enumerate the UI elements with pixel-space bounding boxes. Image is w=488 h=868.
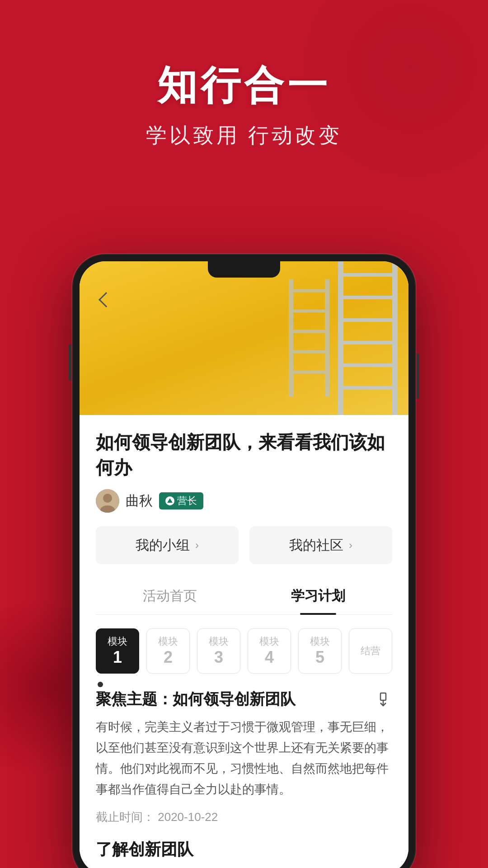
author-badge: 营长: [159, 492, 203, 509]
my-group-label: 我的小组: [136, 536, 190, 555]
module-5-label: 模块: [310, 636, 330, 647]
module-3-button[interactable]: 模块 3: [197, 628, 240, 674]
phone-mockup: 如何领导创新团队，来看看我们该如何办 曲秋: [72, 254, 416, 868]
tab-activity-home-label: 活动首页: [143, 588, 197, 603]
svg-rect-19: [380, 693, 386, 700]
modules-row: 模块 1 模块 2 模块 3 模块 4: [96, 628, 392, 674]
ladder-left-icon: [282, 279, 336, 397]
module-4-number: 4: [265, 647, 274, 667]
deadline-label: 截止时间：: [96, 810, 155, 824]
article-title: 如何领导创新团队，来看看我们该如何办: [96, 429, 392, 480]
my-group-button[interactable]: 我的小组 ›: [96, 526, 239, 564]
my-community-chevron-icon: ›: [349, 539, 352, 552]
author-avatar: [96, 489, 119, 513]
my-community-button[interactable]: 我的社区 ›: [249, 526, 392, 564]
module-1-label: 模块: [108, 636, 127, 647]
deadline-text: 截止时间： 2020-10-22: [96, 809, 392, 825]
module-3-number: 3: [214, 647, 223, 667]
module-5-button[interactable]: 模块 5: [298, 628, 342, 674]
focus-body-text: 有时候，完美主义者过于习惯于微观管理，事无巨细，以至他们甚至没有意识到这个世界上…: [96, 717, 392, 800]
focus-header: 聚焦主题：如何领导创新团队: [96, 689, 392, 710]
module-1-button[interactable]: 模块 1: [96, 628, 139, 674]
svg-marker-18: [167, 498, 173, 503]
module-4-button[interactable]: 模块 4: [248, 628, 291, 674]
svg-point-16: [103, 494, 112, 503]
understand-title: 了解创新团队: [96, 839, 392, 861]
article-content: 如何领导创新团队，来看看我们该如何办 曲秋: [80, 415, 408, 689]
focus-section-label: 聚焦主题：: [96, 690, 173, 708]
main-subtitle: 学以致用 行动改变: [27, 122, 461, 150]
badge-icon: [165, 496, 174, 505]
phone-frame: 如何领导创新团队，来看看我们该如何办 曲秋: [72, 254, 416, 868]
module-indicator: [96, 681, 392, 689]
my-community-label: 我的社区: [289, 536, 343, 555]
active-dot-icon: [98, 682, 103, 687]
deadline-value: 2020-10-22: [158, 810, 218, 824]
header-section: 知行合一 学以致用 行动改变: [0, 0, 488, 186]
phone-screen: 如何领导创新团队，来看看我们该如何办 曲秋: [80, 261, 408, 868]
phone-notch: [208, 261, 280, 278]
back-button[interactable]: [93, 288, 116, 311]
module-1-number: 1: [113, 647, 122, 667]
my-group-chevron-icon: ›: [195, 539, 199, 552]
tab-study-plan[interactable]: 学习计划: [244, 578, 392, 614]
main-title: 知行合一: [27, 59, 461, 113]
tab-bar: 活动首页 学习计划: [96, 578, 392, 615]
hero-image: [80, 261, 408, 415]
tab-study-plan-label: 学习计划: [291, 588, 345, 603]
tab-activity-home[interactable]: 活动首页: [96, 578, 244, 614]
focus-section-title: 如何领导创新团队: [173, 690, 296, 708]
module-2-button[interactable]: 模块 2: [146, 628, 190, 674]
author-name: 曲秋: [126, 492, 153, 510]
author-row: 曲秋 营长: [96, 489, 392, 513]
share-button[interactable]: [374, 690, 392, 708]
module-closing-button[interactable]: 结营: [349, 628, 392, 674]
focus-section: 聚焦主题：如何领导创新团队 有时候，完美主义者过于习惯于微观管理，事无巨细，以至…: [80, 689, 408, 868]
module-closing-label: 结营: [361, 645, 380, 657]
badge-label: 营长: [177, 494, 197, 508]
back-chevron-icon: [99, 292, 114, 307]
module-2-number: 2: [164, 647, 173, 667]
focus-title: 聚焦主题：如何领导创新团队: [96, 689, 296, 710]
module-3-label: 模块: [209, 636, 229, 647]
module-4-label: 模块: [259, 636, 279, 647]
module-5-number: 5: [315, 647, 324, 667]
nav-buttons-row: 我的小组 › 我的社区 ›: [96, 526, 392, 564]
module-2-label: 模块: [158, 636, 178, 647]
ladder-right-icon: [327, 261, 408, 415]
